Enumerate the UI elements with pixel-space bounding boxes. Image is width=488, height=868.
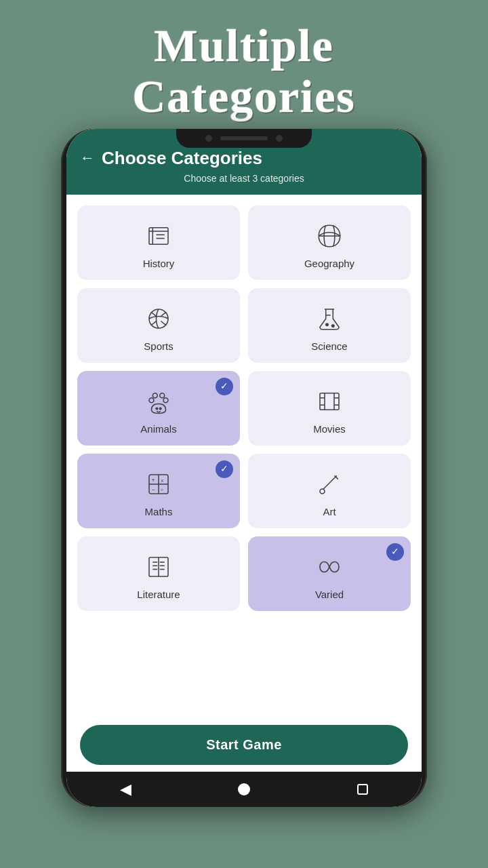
start-game-button[interactable]: Start Game	[80, 725, 408, 765]
animals-check: ✓	[216, 378, 233, 395]
page-title: Multiple Categories	[132, 20, 356, 122]
nav-home-button[interactable]	[238, 783, 250, 795]
literature-icon	[142, 551, 175, 583]
phone-notch	[176, 129, 312, 148]
animals-icon	[142, 385, 175, 418]
header-subtitle: Choose at least 3 categories	[184, 173, 304, 184]
category-geography[interactable]: Geography	[248, 205, 411, 280]
geography-icon	[313, 220, 346, 252]
categories-content: History Geography	[66, 195, 422, 711]
nav-back-button[interactable]: ◀	[120, 781, 131, 798]
svg-point-10	[332, 325, 335, 328]
svg-point-12	[160, 393, 165, 398]
nav-bar: ◀	[66, 772, 422, 807]
svg-text:÷: ÷	[161, 487, 164, 493]
maths-label: Maths	[145, 506, 173, 517]
animals-label: Animals	[140, 423, 176, 435]
svg-text:−: −	[152, 486, 155, 493]
sports-icon	[142, 302, 175, 335]
movies-icon	[313, 385, 346, 418]
header-title: Choose Categories	[102, 148, 262, 169]
notch-speaker	[220, 136, 268, 140]
notch-camera	[205, 135, 212, 142]
svg-point-31	[320, 489, 325, 494]
svg-rect-0	[149, 228, 168, 245]
art-icon	[313, 468, 346, 500]
svg-text:x: x	[161, 478, 164, 483]
varied-check: ✓	[386, 543, 404, 561]
movies-label: Movies	[313, 423, 346, 435]
category-history[interactable]: History	[77, 205, 240, 280]
svg-point-6	[149, 309, 168, 328]
categories-grid: History Geography	[77, 205, 411, 611]
svg-point-11	[152, 393, 157, 398]
svg-text:+: +	[152, 477, 155, 484]
bottom-area: Start Game	[66, 711, 422, 772]
varied-label: Varied	[315, 589, 344, 600]
category-literature[interactable]: Literature	[77, 536, 240, 611]
svg-point-9	[326, 323, 329, 326]
history-label: History	[143, 258, 175, 269]
science-icon	[313, 302, 346, 335]
phone-frame: ← Choose Categories Choose at least 3 ca…	[61, 129, 427, 807]
svg-point-14	[163, 398, 168, 403]
art-label: Art	[323, 506, 336, 517]
svg-point-13	[149, 398, 154, 403]
category-animals[interactable]: ✓ Animals	[77, 371, 240, 446]
science-label: Science	[311, 340, 347, 352]
category-art[interactable]: Art	[248, 454, 411, 528]
category-movies[interactable]: Movies	[248, 371, 411, 446]
maths-icon: + x − ÷	[142, 468, 175, 500]
history-icon	[142, 220, 175, 252]
varied-icon	[313, 551, 346, 583]
svg-rect-17	[320, 393, 339, 410]
geography-label: Geography	[304, 258, 354, 269]
category-sports[interactable]: Sports	[77, 288, 240, 363]
category-science[interactable]: Science	[248, 288, 411, 363]
nav-recents-button[interactable]	[357, 784, 368, 795]
svg-point-16	[159, 408, 161, 410]
category-maths[interactable]: ✓ + x − ÷ Maths	[77, 454, 240, 528]
svg-point-15	[156, 408, 158, 410]
category-varied[interactable]: ✓ Varied	[248, 536, 411, 611]
screen: ← Choose Categories Choose at least 3 ca…	[66, 129, 422, 807]
notch-camera-2	[276, 135, 283, 142]
literature-label: Literature	[137, 589, 180, 600]
maths-check: ✓	[216, 460, 233, 478]
sports-label: Sports	[144, 340, 173, 352]
back-button[interactable]: ←	[80, 149, 95, 167]
